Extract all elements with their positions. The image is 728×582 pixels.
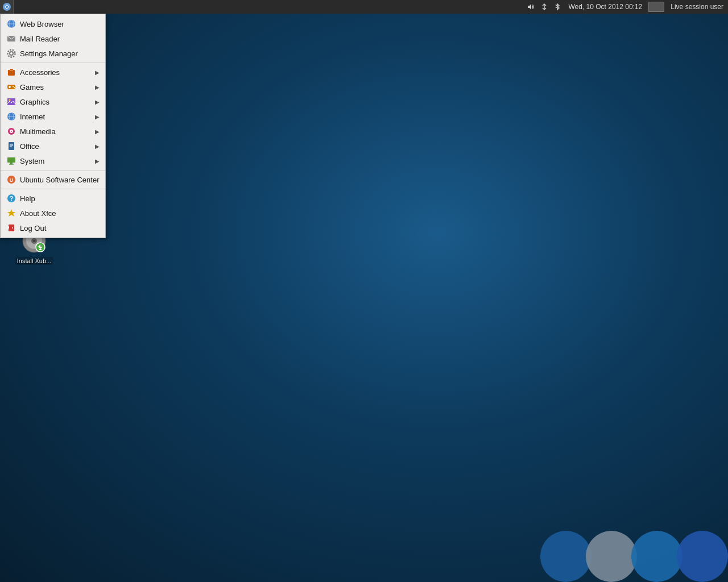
web-browser-label: Web Browser <box>20 20 100 28</box>
panel-right: Wed, 10 Oct 2012 00:12 Live session user <box>524 0 728 14</box>
multimedia-icon <box>6 126 16 136</box>
separator-separator1 <box>1 63 105 63</box>
install-label: Install Xub... <box>15 257 53 265</box>
multimedia-label: Multimedia <box>20 127 95 136</box>
help-icon: ? <box>6 193 16 203</box>
volume-icon[interactable] <box>524 0 537 14</box>
office-label: Office <box>20 142 95 151</box>
accessories-label: Accessories <box>20 68 95 77</box>
menu-item-web-browser[interactable]: Web Browser <box>1 16 105 31</box>
multimedia-arrow: ▶ <box>95 128 100 135</box>
bluetooth-icon[interactable] <box>551 0 564 14</box>
about-xfce-label: About Xfce <box>20 209 100 218</box>
menu-item-settings-manager[interactable]: Settings Manager <box>1 46 105 61</box>
mail-reader-label: Mail Reader <box>20 35 100 43</box>
menu-item-ubuntu-software[interactable]: UUbuntu Software Center <box>1 172 105 187</box>
games-label: Games <box>20 83 95 92</box>
datetime[interactable]: Wed, 10 Oct 2012 00:12 <box>564 3 647 11</box>
help-label: Help <box>20 194 100 203</box>
svg-text:U: U <box>10 177 14 183</box>
screen-switcher[interactable] <box>648 2 664 12</box>
svg-point-47 <box>33 240 35 242</box>
accessories-arrow: ▶ <box>95 69 100 76</box>
separator-separator3 <box>1 189 105 189</box>
app-menu: Web Browser Mail Reader Settings Manager… <box>0 14 106 238</box>
web-browser-icon <box>6 19 16 29</box>
office-arrow: ▶ <box>95 143 100 149</box>
menu-item-mail-reader[interactable]: Mail Reader <box>1 31 105 46</box>
menu-item-about-xfce[interactable]: About Xfce <box>1 206 105 221</box>
svg-point-18 <box>14 87 15 88</box>
accessories-icon <box>6 67 16 77</box>
graphics-arrow: ▶ <box>95 99 100 105</box>
svg-rect-27 <box>9 142 14 150</box>
internet-icon <box>6 111 16 122</box>
menu-item-accessories[interactable]: Accessories▶ <box>1 65 105 80</box>
svg-rect-51 <box>39 249 42 250</box>
circle-1 <box>540 531 592 582</box>
svg-point-17 <box>13 86 14 87</box>
menu-item-graphics[interactable]: Graphics▶ <box>1 94 105 109</box>
svg-rect-31 <box>7 157 15 163</box>
graphics-icon <box>6 97 16 107</box>
menu-item-games[interactable]: Games▶ <box>1 80 105 94</box>
top-panel: Wed, 10 Oct 2012 00:12 Live session user <box>0 0 728 14</box>
svg-text:?: ? <box>10 195 14 202</box>
menu-button[interactable] <box>0 0 14 14</box>
circle-3 <box>631 531 682 582</box>
svg-rect-19 <box>7 98 15 105</box>
settings-manager-icon <box>6 48 16 59</box>
circle-2 <box>586 531 637 582</box>
svg-point-1 <box>6 6 8 8</box>
internet-label: Internet <box>20 113 95 121</box>
about-xfce-icon <box>6 208 16 218</box>
svg-point-26 <box>11 131 12 132</box>
log-out-icon <box>6 223 16 233</box>
desktop: Wed, 10 Oct 2012 00:12 Live session user… <box>0 0 728 582</box>
circle-4 <box>677 531 728 582</box>
menu-item-log-out[interactable]: Log Out <box>1 221 105 235</box>
separator-separator2 <box>1 170 105 171</box>
system-icon <box>6 156 16 166</box>
xfce-logo-icon <box>2 2 11 11</box>
ubuntu-software-icon: U <box>6 174 16 185</box>
office-icon <box>6 141 16 151</box>
mail-reader-icon <box>6 34 16 44</box>
user-label: Live session user <box>666 3 728 11</box>
settings-manager-label: Settings Manager <box>20 49 100 58</box>
svg-rect-12 <box>10 69 13 70</box>
log-out-label: Log Out <box>20 224 100 232</box>
system-arrow: ▶ <box>95 158 100 164</box>
menu-item-office[interactable]: Office▶ <box>1 139 105 153</box>
network-icon[interactable] <box>537 0 551 14</box>
games-icon <box>6 82 16 92</box>
svg-point-8 <box>10 52 13 55</box>
svg-marker-38 <box>7 209 15 217</box>
svg-marker-2 <box>528 4 531 10</box>
bottom-decorations <box>540 531 728 582</box>
graphics-label: Graphics <box>20 98 95 106</box>
ubuntu-software-label: Ubuntu Software Center <box>20 176 100 184</box>
menu-item-help[interactable]: ?Help <box>1 191 105 206</box>
svg-point-20 <box>9 99 11 101</box>
menu-item-internet[interactable]: Internet▶ <box>1 109 105 124</box>
games-arrow: ▶ <box>95 84 100 90</box>
menu-item-system[interactable]: System▶ <box>1 153 105 168</box>
internet-arrow: ▶ <box>95 114 100 120</box>
svg-point-40 <box>12 227 13 228</box>
menu-item-multimedia[interactable]: Multimedia▶ <box>1 124 105 139</box>
system-label: System <box>20 157 95 165</box>
